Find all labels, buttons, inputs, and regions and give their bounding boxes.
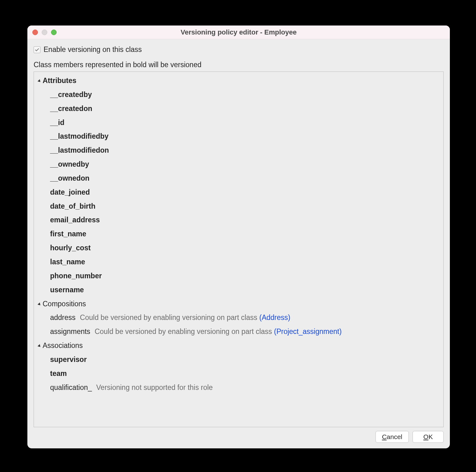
- dialog-body: Enable versioning on this class Class me…: [27, 39, 450, 448]
- cancel-button[interactable]: Cancel: [376, 431, 409, 443]
- chevron-down-icon: [38, 344, 42, 348]
- list-item[interactable]: __createdon: [36, 102, 441, 116]
- list-item[interactable]: hourly_cost: [36, 241, 441, 255]
- list-item[interactable]: phone_number: [36, 269, 441, 283]
- part-class-link[interactable]: (Address): [259, 313, 290, 322]
- list-item[interactable]: assignments Could be versioned by enabli…: [36, 325, 441, 339]
- titlebar: Versioning policy editor - Employee: [27, 25, 450, 39]
- chevron-down-icon: [38, 302, 42, 306]
- list-item[interactable]: supervisor: [36, 353, 441, 367]
- list-item[interactable]: last_name: [36, 255, 441, 269]
- zoom-icon[interactable]: [51, 30, 57, 35]
- traffic-lights: [32, 30, 57, 35]
- list-item[interactable]: address Could be versioned by enabling v…: [36, 311, 441, 325]
- list-item[interactable]: first_name: [36, 227, 441, 241]
- list-item[interactable]: __ownedby: [36, 157, 441, 171]
- section-label: Associations: [43, 339, 83, 353]
- section-associations[interactable]: Associations: [36, 339, 441, 353]
- chevron-down-icon: [38, 79, 42, 83]
- section-attributes[interactable]: Attributes: [36, 74, 441, 88]
- members-tree[interactable]: Attributes __createdby __createdon __id …: [34, 72, 444, 427]
- dialog-buttons: Cancel OK: [34, 427, 444, 443]
- enable-versioning-label: Enable versioning on this class: [44, 45, 142, 54]
- list-item[interactable]: username: [36, 283, 441, 297]
- list-item[interactable]: __createdby: [36, 88, 441, 102]
- list-item[interactable]: date_of_birth: [36, 199, 441, 213]
- item-note: Could be versioned by enabling versionin…: [95, 325, 342, 339]
- list-item[interactable]: __id: [36, 116, 441, 130]
- list-item[interactable]: email_address: [36, 213, 441, 227]
- section-compositions[interactable]: Compositions: [36, 297, 441, 311]
- bold-hint: Class members represented in bold will b…: [34, 61, 444, 69]
- list-item[interactable]: qualification_ Versioning not supported …: [36, 381, 441, 395]
- window-title: Versioning policy editor - Employee: [181, 28, 297, 36]
- list-item[interactable]: __lastmodifiedby: [36, 129, 441, 143]
- close-icon[interactable]: [32, 30, 38, 35]
- section-label: Attributes: [43, 74, 77, 88]
- list-item[interactable]: date_joined: [36, 185, 441, 199]
- list-item[interactable]: __lastmodifiedon: [36, 143, 441, 157]
- section-label: Compositions: [43, 297, 86, 311]
- checkmark-icon: [35, 47, 40, 52]
- dialog-window: Versioning policy editor - Employee Enab…: [27, 25, 450, 448]
- ok-button[interactable]: OK: [413, 431, 444, 443]
- list-item[interactable]: team: [36, 367, 441, 381]
- part-class-link[interactable]: (Project_assignment): [274, 327, 342, 335]
- item-note: Versioning not supported for this role: [96, 381, 213, 395]
- minimize-icon: [42, 30, 47, 35]
- enable-versioning-row: Enable versioning on this class: [34, 45, 444, 54]
- item-note: Could be versioned by enabling versionin…: [80, 311, 290, 325]
- list-item[interactable]: __ownedon: [36, 171, 441, 185]
- enable-versioning-checkbox[interactable]: [34, 46, 40, 53]
